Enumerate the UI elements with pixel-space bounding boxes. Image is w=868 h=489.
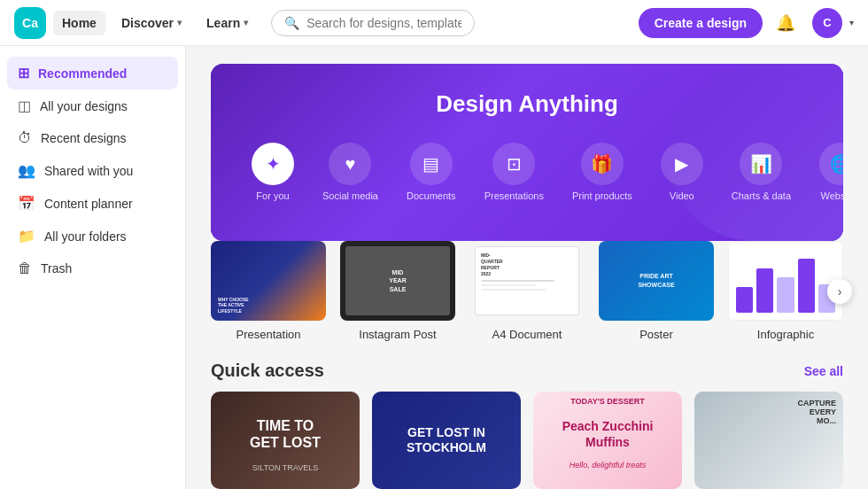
recent-icon: ⏱	[18, 130, 32, 146]
template-label-infographic: Infographic	[728, 328, 843, 341]
sidebar-item-folders[interactable]: 📁 All your folders	[7, 220, 178, 252]
hero-icon-charts[interactable]: 📊 Charts & data	[717, 136, 805, 208]
hero-title: Design Anything	[237, 90, 817, 118]
avatar-chevron-icon[interactable]: ▾	[849, 18, 854, 27]
search-bar: 🔍	[271, 10, 475, 36]
video-label: Video	[670, 190, 694, 201]
quick-card-travel-title: TIME TOGET LOST	[241, 408, 329, 460]
hero-icon-websites[interactable]: 🌐 Websites	[805, 136, 843, 208]
notifications-button[interactable]: 🔔	[770, 7, 802, 39]
quick-card-peach[interactable]: TODAY'S DESSERT Peach Zucchini Muffins H…	[533, 392, 682, 489]
template-thumb-poster: Pride ArtShowcase	[599, 241, 714, 321]
hero-icon-documents[interactable]: ▤ Documents	[392, 136, 470, 208]
quick-card-peach-title: Peach Zucchini Muffins	[533, 408, 682, 461]
print-icon: 🎁	[591, 153, 613, 175]
thumb-inner-a4: MID-QUARTERREPORT2022	[469, 241, 585, 321]
template-label-a4: A4 Document	[469, 328, 585, 341]
sidebar-item-recommended[interactable]: ⊞ Recommended	[7, 57, 178, 89]
template-label-instagram: Instagram Post	[340, 328, 455, 341]
sidebar-item-all-designs[interactable]: ◫ All your designs	[7, 89, 178, 122]
templates-row: WHY CHOOSETHE ACTIVELIFESTYLE Presentati…	[211, 241, 843, 341]
template-thumb-infographic	[728, 241, 843, 321]
hero-banner: Design Anything ✦ For you ♥ Social media	[211, 64, 843, 241]
trash-icon: 🗑	[18, 260, 32, 276]
carousel-next-button[interactable]: ›	[827, 279, 852, 304]
planner-icon: 📅	[18, 195, 35, 212]
hero-icon-presentations[interactable]: ⊡ Presentations	[470, 136, 558, 208]
video-circle: ▶	[661, 143, 703, 185]
quick-card-peach-subtitle: TODAY'S DESSERT	[533, 392, 682, 408]
print-circle: 🎁	[581, 143, 624, 185]
presentations-icon: ⊡	[507, 153, 522, 175]
main-content: Design Anything ✦ For you ♥ Social media	[186, 46, 868, 489]
sidebar-item-shared[interactable]: 👥 Shared with you	[7, 154, 178, 187]
social-circle: ♥	[329, 143, 371, 185]
template-label-poster: Poster	[599, 328, 714, 341]
charts-label: Charts & data	[732, 190, 791, 201]
template-card-poster[interactable]: Pride ArtShowcase Poster	[599, 241, 714, 341]
quick-card-stockholm[interactable]: GET LOST INSTOCKHOLM	[372, 392, 521, 489]
hero-icon-for-you[interactable]: ✦ For you	[237, 136, 308, 208]
template-thumb-a4: MID-QUARTERREPORT2022	[469, 241, 585, 321]
template-card-presentation[interactable]: WHY CHOOSETHE ACTIVELIFESTYLE Presentati…	[211, 241, 326, 341]
logo-text: Ca	[22, 16, 38, 30]
websites-circle: 🌐	[819, 143, 843, 185]
websites-icon: 🌐	[830, 153, 843, 175]
quick-card-stockholm-title: GET LOST INSTOCKHOLM	[398, 416, 495, 464]
recommended-icon: ⊞	[18, 65, 29, 82]
charts-circle: 📊	[740, 143, 782, 185]
discover-chevron: ▾	[177, 18, 182, 27]
shared-icon: 👥	[18, 162, 35, 179]
nav-discover[interactable]: Discover ▾	[112, 11, 190, 35]
create-design-button[interactable]: Create a design	[639, 8, 763, 38]
presentations-label: Presentations	[484, 190, 544, 201]
hero-icon-social[interactable]: ♥ Social media	[308, 136, 392, 208]
nav-learn[interactable]: Learn ▾	[198, 11, 257, 35]
social-label: Social media	[322, 190, 378, 201]
sidebar-item-recent[interactable]: ⏱ Recent designs	[7, 122, 178, 154]
folders-icon: 📁	[18, 228, 35, 244]
documents-label: Documents	[407, 190, 456, 201]
templates-carousel: WHY CHOOSETHE ACTIVELIFESTYLE Presentati…	[211, 241, 843, 341]
canva-logo[interactable]: Ca	[14, 7, 46, 39]
template-thumb-instagram: MIDYEARSALE	[340, 241, 455, 321]
thumb-inner-instagram: MIDYEARSALE	[340, 241, 455, 321]
template-label-presentation: Presentation	[211, 328, 326, 341]
hero-icon-print[interactable]: 🎁 Print products	[558, 136, 647, 208]
print-label: Print products	[572, 190, 632, 201]
learn-chevron: ▾	[244, 18, 248, 27]
quick-access-title: Quick access	[211, 361, 324, 381]
for-you-icon: ✦	[266, 153, 281, 175]
all-designs-icon: ◫	[18, 97, 31, 114]
template-card-a4[interactable]: MID-QUARTERREPORT2022 A4 Document	[469, 241, 585, 341]
sidebar: ⊞ Recommended ◫ All your designs ⏱ Recen…	[0, 46, 186, 489]
hero-icon-video[interactable]: ▶ Video	[647, 136, 717, 208]
presentations-circle: ⊡	[492, 143, 535, 185]
quick-card-capture[interactable]: CAPTUREEVERY MO... CAPTUREEVERYMO...	[694, 392, 843, 489]
thumb-inner-presentation: WHY CHOOSETHE ACTIVELIFESTYLE	[211, 241, 326, 321]
hero-icons-row: ✦ For you ♥ Social media ▤ Documents	[237, 136, 817, 208]
sidebar-item-planner[interactable]: 📅 Content planner	[7, 187, 178, 220]
websites-label: Websites	[821, 190, 844, 201]
for-you-circle: ✦	[252, 143, 294, 185]
quick-access-header: Quick access See all	[211, 361, 843, 381]
charts-icon: 📊	[750, 153, 772, 175]
search-icon: 🔍	[284, 16, 299, 30]
video-icon: ▶	[675, 153, 688, 175]
template-card-infographic[interactable]: Infographic	[728, 241, 843, 341]
template-thumb-presentation: WHY CHOOSETHE ACTIVELIFESTYLE	[211, 241, 326, 321]
template-card-instagram[interactable]: MIDYEARSALE Instagram Post	[340, 241, 455, 341]
nav-home[interactable]: Home	[53, 11, 105, 35]
thumb-inner-poster: Pride ArtShowcase	[599, 241, 714, 321]
quick-card-travel-subtitle: SILTON TRAVELS	[252, 463, 318, 472]
quick-card-travel[interactable]: TIME TOGET LOST SILTON TRAVELS	[211, 392, 360, 489]
sidebar-item-trash[interactable]: 🗑 Trash	[7, 252, 178, 284]
see-all-link[interactable]: See all	[804, 364, 843, 378]
avatar[interactable]: C	[812, 8, 842, 38]
thumb-inner-infographic	[728, 241, 843, 321]
documents-icon: ▤	[422, 153, 439, 175]
search-input[interactable]	[306, 16, 461, 30]
quick-card-peach-desc: Hello, delightful treats	[533, 461, 682, 475]
quick-access-cards: TIME TOGET LOST SILTON TRAVELS GET LOST …	[211, 392, 843, 489]
social-icon: ♥	[345, 154, 356, 175]
